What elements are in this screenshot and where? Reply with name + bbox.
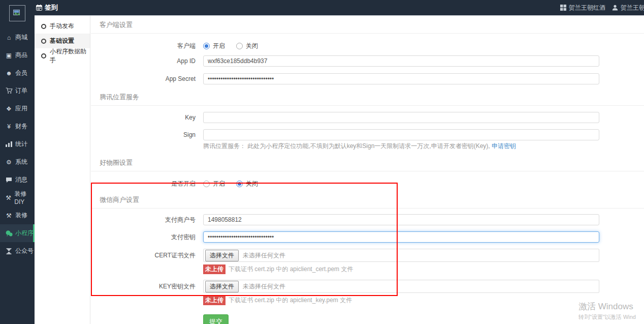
sidebar-item-apps[interactable]: ❖应用 (0, 100, 35, 117)
sidebar-item-stats[interactable]: 统计 (0, 135, 35, 153)
gavel-icon: ⚒ (5, 194, 12, 201)
user-name: 贺兰王朝红酒 (621, 4, 644, 12)
sidebar-item-label: 统计 (15, 140, 27, 149)
field-label: 是否开启 (91, 178, 203, 189)
not-uploaded-badge: 未上传 (203, 264, 226, 274)
field-label: Sign (91, 129, 203, 140)
sidebar-item-label: 消息 (15, 175, 27, 184)
field-label: Key (91, 112, 203, 123)
section-title-merchant: 微信商户设置 (91, 189, 644, 209)
app-id-row: App ID (91, 55, 644, 67)
submenu-item-label: 小程序数据助手 (50, 47, 90, 65)
windows-watermark: 激活 Windows 转到"设置"以激活 Wind (578, 301, 636, 321)
location-sign-input[interactable] (203, 129, 599, 140)
pay-key-row: 支付密钥 (91, 231, 644, 243)
sidebar-item-goods[interactable]: ▣商品 (0, 46, 35, 64)
field-label: CERT证书文件 (91, 249, 203, 262)
app-secret-row: App Secret (91, 73, 644, 84)
radio-label: 关闭 (246, 42, 258, 50)
mch-id-input[interactable] (203, 214, 599, 225)
submenu-item-basic-settings[interactable]: 基础设置 (35, 34, 90, 48)
sidebar-item-label: 会员 (15, 69, 27, 77)
client-toggle-row: 客户端 开启 关闭 (91, 40, 644, 51)
location-help-text: 腾讯位置服务： 此处为小程序定位功能,不填则为默认key和Sign一天限制请求一… (203, 142, 644, 150)
sidebar-item-miniprogram[interactable]: 小程序 (0, 224, 35, 242)
submenu-item-label: 手动发布 (50, 22, 74, 31)
apply-key-link[interactable]: 申请密钥 (492, 142, 516, 150)
sidebar-item-label: 商城 (15, 33, 27, 42)
watermark-line1: 激活 Windows (578, 301, 636, 312)
sidebar-item-label: 装修 (15, 211, 27, 220)
circle-on-radio[interactable] (203, 181, 210, 187)
radio-label: 关闭 (246, 180, 258, 188)
sidebar-item-label: 财务 (15, 122, 27, 131)
sidebar-item-decorate[interactable]: ⚒装修 (0, 207, 35, 224)
circle-off-radio[interactable] (236, 181, 243, 187)
field-label: 客户端 (91, 40, 203, 51)
not-uploaded-badge: 未上传 (203, 296, 226, 305)
client-off-radio[interactable] (236, 43, 243, 49)
grid-icon (560, 5, 566, 11)
sidebar-item-label: 订单 (15, 86, 27, 95)
choose-file-button[interactable]: 选择文件 (205, 281, 239, 292)
field-label: 支付密钥 (91, 231, 203, 243)
wechat-icon (5, 230, 13, 237)
mch-id-row: 支付商户号 (91, 214, 644, 225)
sidebar-item-label: 商品 (15, 51, 27, 60)
submenu-item-manual-publish[interactable]: 手动发布 (35, 19, 90, 34)
circle-icon (41, 24, 46, 29)
cart-icon (5, 87, 13, 94)
pay-key-input[interactable] (203, 231, 599, 243)
submenu-item-label: 基础设置 (50, 37, 74, 45)
store-switcher[interactable]: 贺兰王朝红酒 (560, 0, 605, 15)
sidebar-item-official-account[interactable]: 公众号 (0, 242, 35, 260)
user-icon (612, 5, 618, 11)
circle-toggle-row: 是否开启 开启 关闭 (91, 178, 644, 189)
sidebar-item-members[interactable]: ☻会员 (0, 64, 35, 82)
finance-icon: ¥ (5, 123, 13, 130)
sidebar-item-label: 小程序 (15, 229, 34, 238)
gavel-icon: ⚒ (5, 212, 13, 219)
hourglass-icon (5, 248, 13, 254)
submit-button[interactable]: 提交 (203, 314, 229, 324)
sidebar-item-mall[interactable]: ⌂商城 (0, 28, 35, 46)
choose-file-button[interactable]: 选择文件 (205, 250, 239, 261)
sidebar-item-label: 应用 (15, 104, 27, 113)
main-sidebar: ⌂商城 ▣商品 ☻会员 订单 ❖应用 ¥财务 统计 ⚙系统 消息 ⚒装修DIY … (0, 0, 35, 324)
page-title-label: 签到 (45, 3, 58, 12)
key-file-row: KEY密钥文件 选择文件 未选择任何文件 未上传 下载证书 cert.zip 中… (91, 280, 644, 305)
home-icon: ⌂ (5, 34, 13, 41)
location-key-input[interactable] (203, 112, 599, 123)
topbar: 签到 贺兰王朝红酒 贺兰王朝红酒 (0, 0, 644, 16)
client-on-radio[interactable] (203, 43, 210, 49)
sidebar-item-label: 装修DIY (14, 190, 35, 205)
sidebar-item-messages[interactable]: 消息 (0, 171, 35, 189)
settings-form: 客户端设置 客户端 开启 关闭 App ID App Secret 腾讯位置服务… (91, 16, 644, 324)
section-title-circle: 好物圈设置 (91, 150, 644, 171)
sidebar-item-finance[interactable]: ¥财务 (0, 117, 35, 135)
sidebar-nav: ⌂商城 ▣商品 ☻会员 订单 ❖应用 ¥财务 统计 ⚙系统 消息 ⚒装修DIY … (0, 28, 35, 260)
page-title: 签到 (36, 0, 58, 15)
user-menu[interactable]: 贺兰王朝红酒 (612, 0, 644, 15)
sidebar-item-decorate-diy[interactable]: ⚒装修DIY (0, 189, 35, 207)
field-label: 支付商户号 (91, 214, 203, 225)
app-id-input[interactable] (203, 55, 599, 67)
radio-label: 开启 (213, 42, 225, 50)
section-title-location: 腾讯位置服务 (91, 84, 644, 106)
goods-icon: ▣ (5, 52, 13, 59)
comment-icon (5, 177, 13, 183)
app-logo[interactable] (9, 5, 25, 21)
sidebar-item-label: 系统 (15, 158, 27, 166)
sidebar-item-system[interactable]: ⚙系统 (0, 153, 35, 171)
field-label: App ID (91, 55, 203, 67)
cert-file-input[interactable]: 选择文件 未选择任何文件 (203, 249, 599, 262)
cert-hint-text: 下载证书 cert.zip 中的 apiclient_cert.pem 文件 (229, 265, 353, 274)
section-title-client: 客户端设置 (91, 16, 644, 34)
key-hint-text: 下载证书 cert.zip 中的 apiclient_key.pem 文件 (229, 296, 352, 305)
submenu-item-data-assistant[interactable]: 小程序数据助手 (35, 48, 90, 63)
members-icon: ☻ (5, 70, 13, 77)
sidebar-item-orders[interactable]: 订单 (0, 82, 35, 100)
key-file-input[interactable]: 选择文件 未选择任何文件 (203, 280, 599, 293)
app-secret-input[interactable] (203, 73, 599, 84)
no-file-text: 未选择任何文件 (243, 251, 285, 260)
